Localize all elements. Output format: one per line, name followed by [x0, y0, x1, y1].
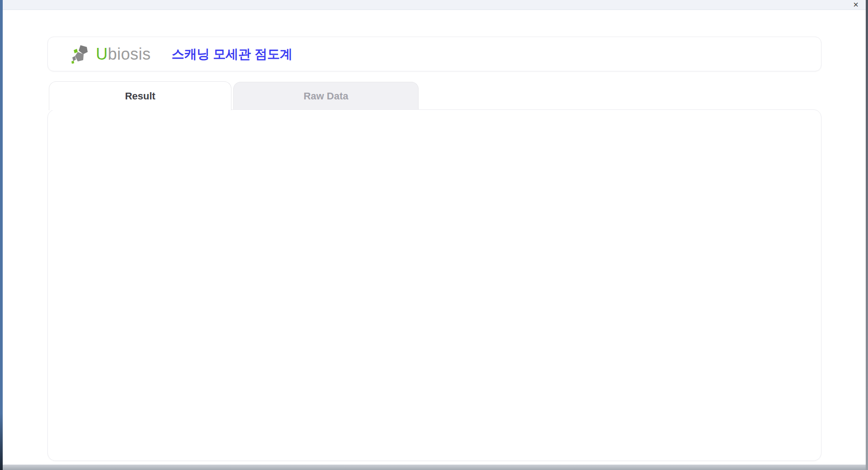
- result-panel: [47, 109, 821, 461]
- brand-name: Ubiosis: [96, 45, 151, 64]
- close-icon[interactable]: ×: [853, 0, 859, 9]
- tab-raw-data[interactable]: Raw Data: [233, 82, 419, 110]
- desktop-edge-left: [0, 0, 3, 470]
- ubiosis-logo-icon: [70, 44, 91, 64]
- tab-result[interactable]: Result: [49, 81, 231, 110]
- page-title: 스캐닝 모세관 점도계: [172, 46, 293, 63]
- window-bottom-edge: [0, 465, 868, 470]
- window-titlebar: ×: [3, 0, 866, 10]
- header-card: Ubiosis 스캐닝 모세관 점도계: [47, 37, 821, 71]
- desktop-edge-right: [866, 0, 868, 470]
